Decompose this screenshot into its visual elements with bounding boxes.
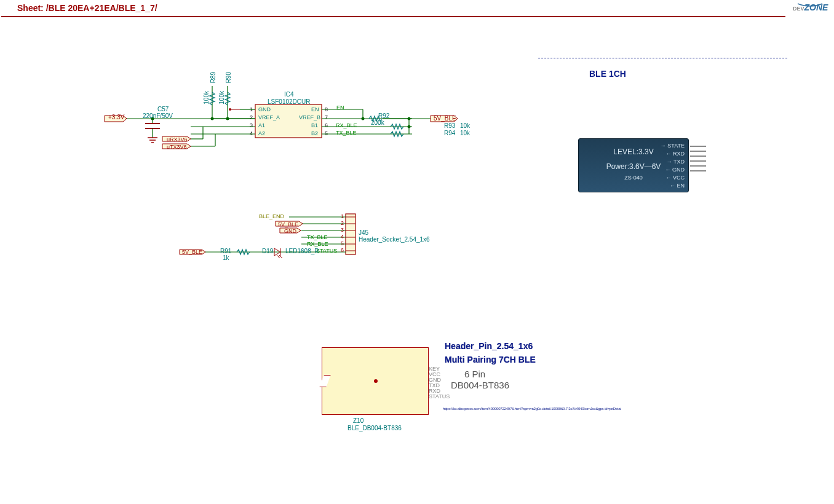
r90-val: 100k bbox=[218, 91, 225, 104]
ic-pin2: VREF_A bbox=[258, 114, 280, 120]
flag-5vble3: 5V_BLE bbox=[182, 249, 202, 255]
svg-text:5: 5 bbox=[325, 130, 328, 136]
r91-val: 1k bbox=[223, 254, 229, 261]
r90-ref: R90 bbox=[225, 72, 232, 83]
r94-ref: R94 bbox=[444, 130, 455, 136]
ic-pin7: VREF_B bbox=[299, 114, 320, 120]
z10-fp: BLE_DB004-BT836 bbox=[348, 425, 402, 431]
d19-ref: D19 bbox=[262, 248, 273, 254]
mp-header: Header_Pin_2.54_1x6 bbox=[445, 341, 533, 351]
svg-text:7: 7 bbox=[325, 114, 328, 120]
j45-p4: 4 bbox=[341, 234, 344, 240]
svg-text:3: 3 bbox=[250, 122, 253, 128]
ic-pin3: A1 bbox=[258, 122, 265, 128]
ic-pin6: B1 bbox=[311, 122, 318, 128]
svg-point-40 bbox=[408, 125, 411, 128]
net-en: EN bbox=[336, 104, 344, 111]
r93-val: 10k bbox=[460, 122, 470, 129]
j45-p6: 6 bbox=[341, 247, 344, 253]
svg-point-36 bbox=[362, 117, 365, 120]
mod2-en: ← EN bbox=[670, 183, 685, 189]
r90-symbol bbox=[225, 86, 230, 119]
mp-title: Multi Pairing 7CH BLE bbox=[445, 355, 536, 364]
j45-part: Header_Socket_2.54_1x6 bbox=[359, 236, 430, 243]
net-bleend: BLE_END bbox=[259, 213, 284, 219]
mod2-state: → STATE bbox=[661, 143, 685, 149]
net-tx2: TX_BLE bbox=[307, 234, 328, 240]
net-rx2: RX_BLE bbox=[307, 241, 328, 247]
svg-text:4: 4 bbox=[250, 130, 253, 136]
j45-p2: 2 bbox=[341, 220, 344, 226]
ic-pin1: GND bbox=[258, 106, 271, 112]
j45-p5: 5 bbox=[341, 240, 344, 246]
ble-module-bottom-image: → STATE ← RXD → TXD ← GND ← VCC ← EN LEV… bbox=[578, 138, 716, 195]
pwr-3v3-label: +3.3V bbox=[108, 114, 124, 120]
j45-ref: J45 bbox=[359, 229, 368, 236]
r89-ref: R89 bbox=[210, 72, 216, 83]
r92-ref: R92 bbox=[378, 112, 389, 119]
d19-part: LED1608_R bbox=[285, 248, 319, 254]
ic4-part: LSF0102DCUR bbox=[268, 98, 310, 105]
mod2-gnd: ← GND bbox=[665, 167, 685, 173]
svg-text:2: 2 bbox=[250, 114, 253, 120]
r89-symbol bbox=[210, 86, 215, 119]
svg-text:6: 6 bbox=[325, 122, 328, 128]
mp-part: DB004-BT836 bbox=[451, 380, 509, 390]
net-rx: RX_BLE bbox=[336, 122, 357, 128]
flag-utx: uTX3V6 bbox=[167, 144, 187, 150]
mod2-txd: → TXD bbox=[667, 159, 685, 165]
mp-pins: 6 Pin bbox=[464, 369, 485, 379]
j45-p1: 1 bbox=[341, 213, 344, 219]
ic-pin8: EN bbox=[311, 106, 319, 112]
z10-origin-dot bbox=[374, 379, 378, 383]
ic-pin5: B2 bbox=[311, 130, 318, 136]
r92-val: 200k bbox=[371, 119, 384, 126]
ble-separator bbox=[538, 58, 787, 58]
z10-ref: Z10 bbox=[353, 417, 363, 424]
mod2-vcc: ← VCC bbox=[665, 175, 685, 181]
flag-5vble: 5V_BLE bbox=[434, 115, 456, 122]
z10-pin-status: STATUS bbox=[429, 393, 450, 400]
j45-body bbox=[346, 214, 355, 254]
mp-url: https://ko.aliexpress.com/item/400000722… bbox=[443, 407, 621, 411]
net-status: STATUS bbox=[316, 248, 337, 254]
r89-val: 100k bbox=[203, 91, 210, 104]
net-tx: TX_BLE bbox=[336, 130, 357, 136]
c57-val: 220nF/50V bbox=[143, 112, 173, 119]
j45-p3: 3 bbox=[341, 227, 344, 233]
c57-symbol bbox=[145, 119, 160, 143]
schematic-canvas[interactable]: Sheet: /BLE 20EA+21EA/BLE_1_7/ DEVZONE bbox=[0, 0, 834, 504]
ble-1ch-title: BLE 1CH bbox=[589, 69, 626, 79]
flag-gnd: GND bbox=[284, 228, 296, 234]
schematic-svg: 12 34 87 65 bbox=[0, 0, 834, 504]
ic4-ref: IC4 bbox=[284, 91, 294, 98]
c57-ref: C57 bbox=[157, 106, 169, 112]
r94-val: 10k bbox=[460, 130, 470, 136]
mod2-rxd: ← RXD bbox=[665, 151, 685, 157]
r91-ref: R91 bbox=[220, 248, 231, 254]
svg-point-28 bbox=[211, 117, 214, 120]
r93-ref: R93 bbox=[444, 122, 455, 129]
svg-point-29 bbox=[226, 117, 229, 120]
ic-pin4: A2 bbox=[258, 130, 265, 136]
d19-symbol bbox=[274, 248, 282, 258]
ble-module-top-image bbox=[586, 83, 716, 132]
flag-5vble2: 5V_BLE bbox=[278, 221, 298, 227]
flag-urx: uRX3V6 bbox=[167, 136, 188, 143]
